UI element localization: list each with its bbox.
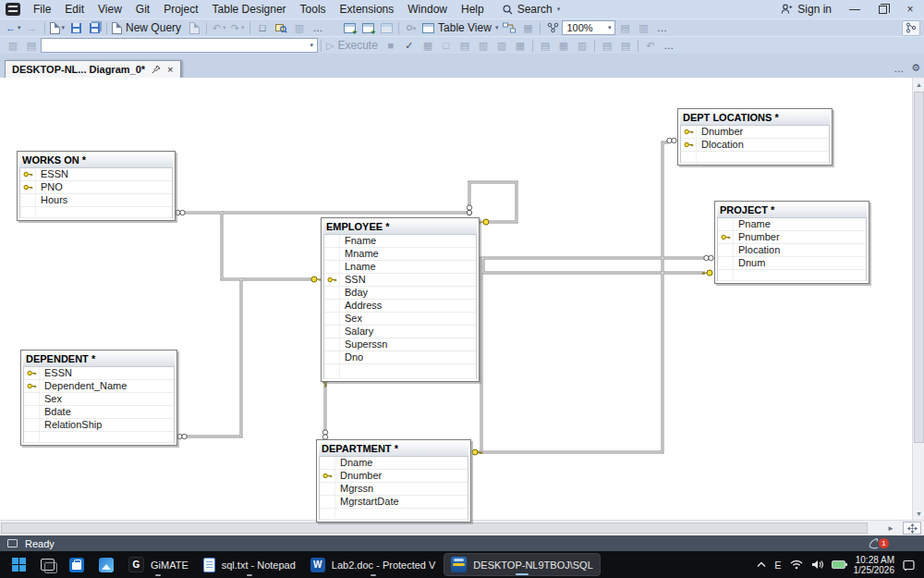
results-to-text-button[interactable]: ▦ (511, 38, 529, 54)
save-button[interactable] (67, 20, 85, 36)
editor-toolbar-overflow-button[interactable]: … (660, 38, 678, 54)
table-row[interactable]: ESSN (20, 168, 172, 181)
table-row[interactable]: Lname (324, 261, 476, 274)
vertical-scrollbar[interactable]: ▲ ▼ (912, 78, 924, 520)
taskbar-app-gimate[interactable]: G GiMATE (122, 553, 195, 576)
table-row[interactable]: Plocation (718, 244, 866, 257)
tray-clock[interactable]: 10:28 AM 1/25/2026 (854, 555, 895, 575)
sql-button[interactable]: ▤ (22, 38, 41, 54)
new-table-button[interactable] (340, 20, 359, 36)
photos-button[interactable] (92, 553, 120, 576)
wifi-icon[interactable] (790, 560, 803, 570)
battery-icon[interactable] (832, 560, 845, 569)
empty-row[interactable] (24, 432, 174, 443)
table-row[interactable]: Bdate (24, 406, 174, 419)
results-to-grid-button[interactable]: ▤ (536, 38, 554, 54)
menu-file[interactable]: File (27, 2, 57, 17)
volume-icon[interactable] (811, 560, 823, 570)
table-row[interactable]: Pname (718, 218, 866, 231)
close-button[interactable]: × (896, 0, 924, 18)
recalc-page-breaks-button[interactable]: ▥ (634, 20, 652, 36)
navigate-back-button[interactable]: ←▾ (4, 20, 23, 36)
new-query-button[interactable]: New Query (110, 20, 185, 36)
table-header[interactable]: PROJECT * (717, 203, 867, 217)
diagram-table-project[interactable]: PROJECT * Pname Pnumber Plocation Dnum (714, 201, 869, 284)
page-breaks-button[interactable]: ▤ (615, 20, 634, 36)
table-row[interactable]: Superssn (324, 338, 476, 351)
cancel-query-button[interactable]: ■ (382, 38, 400, 54)
menu-tools[interactable]: Tools (294, 2, 333, 17)
menu-edit[interactable]: Edit (58, 2, 91, 17)
scroll-down-icon[interactable]: ▼ (913, 507, 924, 520)
table-row[interactable]: Dnum (718, 257, 866, 270)
database-select[interactable]: ▾ (41, 38, 318, 53)
results-grid-button[interactable]: □ (437, 38, 456, 54)
hidden-icons-chevron[interactable] (757, 561, 766, 568)
vertical-scroll-thumb[interactable] (914, 92, 924, 443)
showplan-button[interactable]: ▥ (474, 38, 492, 54)
pin-icon[interactable] (152, 65, 161, 74)
microsoft-store-button[interactable] (63, 553, 91, 576)
comment-button[interactable]: ▥ (573, 38, 591, 54)
selection-grid-button[interactable]: ▦ (419, 38, 437, 54)
menu-help[interactable]: Help (455, 2, 491, 17)
table-header[interactable]: DEPARTMENT * (319, 442, 468, 456)
undo-button[interactable]: ↶▾ (210, 20, 228, 36)
taskbar-app-word[interactable]: W Lab2.doc - Protected V (304, 553, 443, 576)
menu-view[interactable]: View (91, 2, 128, 17)
empty-row[interactable] (681, 152, 829, 163)
diagram-table-employee[interactable]: EMPLOYEE * Fname Mname Lname SSN Bday Ad… (321, 217, 480, 382)
diagram-table-dept-locations[interactable]: DEPT LOCATIONS * Dnumber Dlocation (677, 108, 833, 166)
notification-center-icon[interactable] (903, 560, 915, 571)
manage-indexes-button[interactable]: ▦ (518, 20, 537, 36)
table-row[interactable]: Address (324, 300, 476, 313)
find-in-files-button[interactable] (272, 20, 290, 36)
diagram-table-dependent[interactable]: DEPENDENT * ESSN Dependent_Name Sex Bdat… (20, 350, 177, 446)
horizontal-scroll-thumb[interactable] (1, 523, 868, 534)
delete-table-button[interactable] (377, 20, 395, 36)
zoom-select[interactable]: 100%▾ (562, 20, 615, 35)
menu-extensions[interactable]: Extensions (334, 2, 401, 17)
start-button[interactable] (6, 553, 32, 576)
table-row[interactable]: SSN (324, 274, 476, 287)
table-row[interactable]: Pnumber (718, 231, 866, 244)
table-row[interactable]: ESSN (24, 367, 174, 380)
task-view-button[interactable] (34, 553, 61, 576)
tab-diagram[interactable]: DESKTOP-NL... Diagram_0* × (5, 60, 181, 78)
table-row[interactable]: Dnumber (320, 470, 468, 483)
full-screen-button[interactable]: □ (253, 20, 272, 36)
minimize-button[interactable]: — (841, 0, 869, 18)
menu-git[interactable]: Git (129, 2, 156, 17)
menu-window[interactable]: Window (401, 2, 454, 17)
diagram-table-department[interactable]: DEPARTMENT * Dname Dnumber Mgrssn Mgrsta… (316, 439, 471, 523)
source-control-button[interactable] (902, 20, 920, 36)
new-notebook-button[interactable] (185, 20, 203, 36)
tab-list-button[interactable]: … (894, 63, 904, 74)
table-toolbar-overflow-button[interactable]: … (652, 20, 671, 36)
save-results-button[interactable]: ▤ (456, 38, 474, 54)
table-row[interactable]: Fname (324, 235, 476, 248)
manage-relationships-button[interactable] (543, 20, 562, 36)
set-primary-key-button[interactable] (402, 20, 420, 36)
add-relationship-button[interactable] (500, 20, 518, 36)
scroll-up-icon[interactable]: ▲ (913, 78, 924, 91)
indent-increase-button[interactable]: ▤ (616, 38, 635, 54)
redo-button[interactable]: ↷▾ (228, 20, 247, 36)
table-header[interactable]: DEPT LOCATIONS * (680, 111, 830, 125)
table-row[interactable]: Salary (324, 326, 476, 338)
diagram-canvas[interactable]: WORKS ON * ESSN PNO Hours DEPT LOCATIONS… (0, 78, 924, 520)
restore-button[interactable] (869, 0, 896, 18)
scroll-right-icon[interactable]: ► (887, 524, 894, 533)
table-row[interactable]: Mname (324, 248, 476, 261)
indent-decrease-button[interactable]: ▤ (598, 38, 616, 54)
table-row[interactable]: Mgrssn (320, 483, 468, 496)
table-row[interactable]: RelationShip (24, 419, 174, 432)
navigate-forward-button[interactable]: → (23, 20, 42, 36)
table-row[interactable]: Bday (324, 287, 476, 300)
table-view-dropdown[interactable]: Table View▾ (420, 20, 500, 36)
table-row[interactable]: Dno (324, 351, 476, 364)
table-row[interactable]: Dlocation (681, 139, 829, 152)
empty-row[interactable] (320, 509, 468, 520)
table-row[interactable]: PNO (20, 181, 172, 194)
menu-project[interactable]: Project (157, 2, 204, 17)
